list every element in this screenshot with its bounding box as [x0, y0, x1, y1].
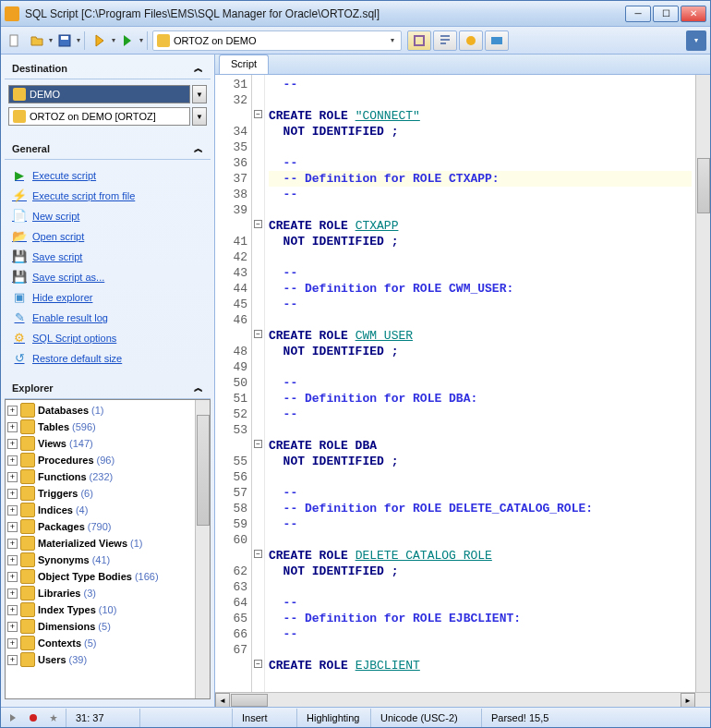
execute-icon[interactable] — [90, 30, 110, 51]
expand-icon[interactable]: + — [7, 655, 18, 665]
expand-icon[interactable]: + — [7, 472, 18, 482]
star-icon[interactable] — [45, 710, 62, 725]
action-save-script-as-[interactable]: 💾Save script as... — [8, 267, 207, 287]
tree-item[interactable]: +Indices (4) — [6, 502, 210, 518]
tree-item[interactable]: +Databases (1) — [6, 402, 210, 419]
action-new-script[interactable]: 📄New script — [8, 206, 207, 226]
toolbar-btn-2[interactable] — [433, 30, 457, 51]
fold-icon[interactable]: − — [254, 660, 262, 668]
tree-item[interactable]: +Users (39) — [6, 651, 210, 668]
action-enable-result-log[interactable]: ✎Enable result log — [8, 308, 207, 328]
run-icon[interactable] — [117, 30, 138, 51]
expand-icon[interactable]: + — [7, 638, 18, 649]
expand-icon[interactable]: + — [7, 422, 18, 432]
action-icon: 💾 — [12, 270, 27, 285]
toolbar: ▾ ▾ ▾ ▾ ORTOZ on DEMO ▾ ▾ — [1, 27, 710, 55]
toolbar-btn-4[interactable] — [485, 30, 509, 51]
action-restore-default-size[interactable]: ↺Restore default size — [8, 348, 207, 369]
tree-item[interactable]: +Object Type Bodies (166) — [6, 568, 210, 585]
tree-item[interactable]: +Procedures (96) — [6, 452, 210, 468]
dropdown-icon[interactable]: ▼ — [192, 107, 207, 126]
close-button[interactable]: ✕ — [681, 6, 706, 22]
explorer-tree[interactable]: +Databases (1)+Tables (596)+Views (147)+… — [5, 399, 211, 699]
sidebar: Destination︽ DEMO ▼ ORTOZ on DEMO [ORTOZ… — [1, 55, 215, 707]
tree-item[interactable]: +Index Types (10) — [6, 601, 210, 618]
tree-item[interactable]: +Dimensions (5) — [6, 618, 210, 635]
action-execute-script[interactable]: ▶Execute script — [8, 165, 207, 186]
action-icon: ↺ — [12, 351, 27, 366]
folder-icon — [20, 652, 35, 667]
explorer-scrollbar[interactable] — [195, 400, 210, 698]
tree-item[interactable]: +Functions (232) — [6, 468, 210, 485]
fold-icon[interactable]: − — [254, 220, 262, 228]
dest-db-select[interactable]: DEMO — [8, 85, 190, 103]
toolbar-btn-3[interactable] — [459, 30, 483, 51]
expand-icon[interactable]: + — [7, 539, 18, 549]
db-icon — [157, 34, 170, 47]
toolbar-overflow-icon[interactable]: ▾ — [686, 30, 706, 51]
fold-icon[interactable]: − — [254, 330, 262, 338]
action-icon: ▶ — [12, 168, 27, 183]
connection-select[interactable]: ORTOZ on DEMO — [152, 30, 402, 51]
fold-icon[interactable]: − — [254, 550, 262, 558]
db-icon — [13, 110, 26, 123]
open-icon[interactable] — [27, 30, 47, 51]
collapse-icon[interactable]: ︽ — [194, 142, 203, 155]
status-parsed: Parsed! 15,5 — [481, 709, 564, 727]
fold-icon[interactable]: − — [254, 110, 262, 118]
tree-item[interactable]: +Packages (790) — [6, 518, 210, 535]
record-icon[interactable] — [25, 710, 42, 725]
folder-icon — [20, 403, 35, 418]
expand-icon[interactable]: + — [7, 455, 18, 466]
dropdown-icon[interactable]: ▼ — [192, 85, 207, 103]
action-icon: ⚡ — [12, 188, 27, 203]
code-editor[interactable]: 3132343536373839414243444546484950515253… — [215, 75, 710, 692]
expand-icon[interactable]: + — [7, 555, 18, 565]
tree-item[interactable]: +Tables (596) — [6, 419, 210, 435]
expand-icon[interactable]: + — [7, 489, 18, 499]
expand-icon[interactable]: + — [7, 572, 18, 582]
expand-icon[interactable]: + — [7, 605, 18, 615]
svg-point-6 — [30, 714, 37, 722]
folder-icon — [20, 552, 35, 567]
toolbar-btn-1[interactable] — [407, 30, 431, 51]
save-icon[interactable] — [54, 30, 75, 51]
tab-script[interactable]: Script — [219, 55, 269, 74]
action-save-script[interactable]: 💾Save script — [8, 247, 207, 267]
expand-icon[interactable]: + — [7, 522, 18, 532]
collapse-icon[interactable]: ︽ — [194, 62, 203, 75]
editor-hscrollbar[interactable]: ◄► — [215, 692, 710, 707]
action-icon: ⚙ — [12, 331, 27, 346]
tree-item[interactable]: +Libraries (3) — [6, 585, 210, 601]
action-hide-explorer[interactable]: ▣Hide explorer — [8, 287, 207, 308]
expand-icon[interactable]: + — [7, 505, 18, 516]
tree-item[interactable]: +Contexts (5) — [6, 635, 210, 651]
expand-icon[interactable]: + — [7, 622, 18, 632]
folder-icon — [20, 519, 35, 534]
dest-conn-select[interactable]: ORTOZ on DEMO [ORTOZ] — [8, 107, 190, 126]
action-sql-script-options[interactable]: ⚙SQL Script options — [8, 328, 207, 348]
action-icon: 📄 — [12, 209, 27, 224]
destination-header: Destination︽ — [5, 58, 211, 79]
expand-icon[interactable]: + — [7, 588, 18, 599]
tree-item[interactable]: +Materialized Views (1) — [6, 535, 210, 552]
tree-item[interactable]: +Synonyms (41) — [6, 552, 210, 568]
action-open-script[interactable]: 📂Open script — [8, 226, 207, 247]
action-execute-script-from-file[interactable]: ⚡Execute script from file — [8, 186, 207, 206]
expand-icon[interactable]: + — [7, 406, 18, 416]
new-icon[interactable] — [5, 30, 25, 51]
expand-icon[interactable]: + — [7, 439, 18, 449]
tree-item[interactable]: +Views (147) — [6, 435, 210, 452]
minimize-button[interactable]: ─ — [625, 6, 651, 22]
folder-icon — [20, 636, 35, 650]
fold-icon[interactable]: − — [254, 440, 262, 448]
tree-item[interactable]: +Triggers (6) — [6, 485, 210, 502]
play-icon[interactable] — [5, 710, 21, 725]
maximize-button[interactable]: ☐ — [653, 6, 679, 22]
editor-vscrollbar[interactable] — [695, 75, 710, 692]
status-position: 31: 37 — [66, 709, 139, 727]
collapse-icon[interactable]: ︽ — [194, 382, 203, 394]
explorer-header: Explorer︽ — [5, 378, 211, 399]
folder-icon — [13, 88, 26, 101]
app-window: SQL Script [C:\Program Files\EMS\SQL Man… — [0, 0, 711, 728]
